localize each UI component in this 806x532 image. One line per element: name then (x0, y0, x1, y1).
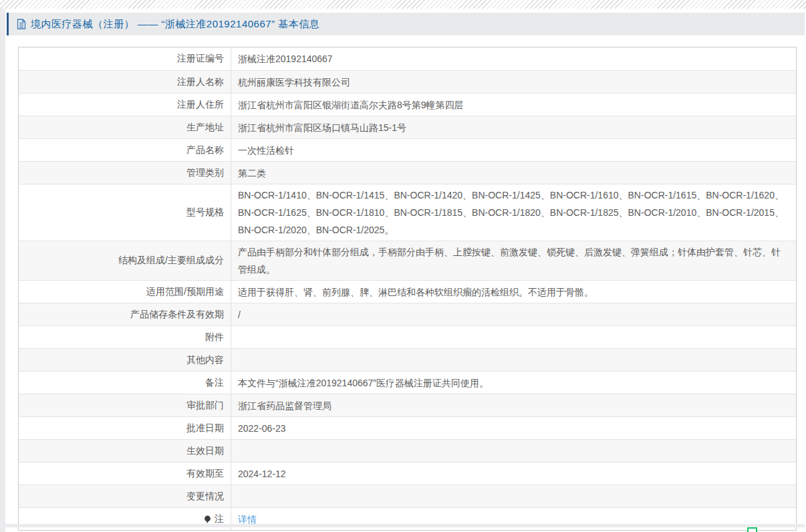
row-value (231, 485, 796, 507)
row-value: 第二类 (231, 162, 796, 184)
row-value-text: BN-OCR-1/1410、BN-OCR-1/1415、BN-OCR-1/142… (238, 186, 785, 239)
row-value: 本文件与“浙械注准20192140667”医疗器械注册证共同使用。 (231, 372, 796, 394)
row-label: 批准日期 (19, 417, 231, 439)
row-label: 生效日期 (19, 440, 231, 462)
table-row: 批准日期2022-06-23 (19, 416, 796, 439)
row-label: 结构及组成/主要组成成分 (19, 241, 231, 280)
table-row: 生效日期 (19, 439, 796, 462)
page-left-edge (0, 9, 5, 532)
row-value-text: 一次性活检针 (238, 142, 294, 159)
row-label-text: 型号规格 (186, 207, 224, 219)
row-label-text: 批准日期 (186, 422, 224, 434)
row-value: 一次性活检针 (231, 139, 796, 161)
row-label-text: 注册证编号 (177, 53, 224, 65)
registration-info-table: 注册证编号浙械注准20192140667注册人名称杭州丽康医学科技有限公司注册人… (18, 47, 797, 531)
row-label: 型号规格 (19, 184, 231, 241)
page-title: 境内医疗器械（注册） —— “浙械注准20192140667” 基本信息 (31, 18, 319, 31)
row-value: 浙江省药品监督管理局 (231, 394, 796, 416)
table-row: 附件 (19, 325, 796, 348)
row-value: 杭州丽康医学科技有限公司 (231, 71, 796, 93)
row-label: 生产地址 (19, 116, 231, 138)
row-value-text: 适用于获得肝、肾、前列腺、脾、淋巴结和各种软组织瘤的活检组织。不适用于骨骼。 (238, 283, 593, 301)
document-icon (17, 19, 26, 29)
row-label: 注册人名称 (19, 71, 231, 93)
row-value (231, 326, 796, 348)
row-label: 附件 (19, 326, 231, 348)
row-value-text: 浙江省杭州市富阳区银湖街道高尔夫路8号第9幢第四层 (238, 96, 464, 114)
table-row: 生产地址浙江省杭州市富阳区场口镇马山路15-1号 (19, 116, 796, 138)
row-value-text: 2024-12-12 (238, 465, 286, 483)
row-value-text: 产品由手柄部分和针体部分组成，手柄部分由手柄、上膛按键、前激发键、锁死键、后激发… (238, 243, 785, 278)
mini-widget-box[interactable] (747, 527, 757, 532)
table-row: 其他内容 (19, 348, 796, 371)
row-label: 有效期至 (19, 462, 231, 485)
row-value: 浙江省杭州市富阳区银湖街道高尔夫路8号第9幢第四层 (231, 94, 796, 116)
row-value-text: 浙江省药品监督管理局 (238, 397, 331, 414)
table-row: 适用范围/预期用途适用于获得肝、肾、前列腺、脾、淋巴结和各种软组织瘤的活检组织。… (19, 280, 796, 303)
row-label: 产品名称 (19, 139, 231, 161)
row-label-text: 有效期至 (186, 468, 224, 480)
section-header: 境内医疗器械（注册） —— “浙械注准20192140667” 基本信息 (7, 13, 805, 35)
row-label-text: 审批部门 (186, 400, 224, 412)
table-row: 结构及组成/主要组成成分产品由手柄部分和针体部分组成，手柄部分由手柄、上膛按键、… (19, 241, 796, 280)
table-row: 审批部门浙江省药品监督管理局 (19, 394, 796, 416)
table-row: 型号规格BN-OCR-1/1410、BN-OCR-1/1415、BN-OCR-1… (19, 184, 796, 241)
row-label-text: 注 (215, 513, 224, 525)
row-value: / (231, 303, 796, 325)
content-bottom-edge (5, 524, 805, 527)
row-value-text: 第二类 (238, 164, 266, 182)
row-label: 审批部门 (19, 394, 231, 416)
row-label-text: 结构及组成/主要组成成分 (118, 255, 224, 267)
row-label: 注册证编号 (19, 47, 231, 70)
row-label-text: 注册人名称 (177, 76, 224, 88)
decorative-top-stripes (0, 0, 806, 9)
row-value-text: 浙械注准20192140667 (238, 50, 333, 68)
row-label: 注册人住所 (19, 94, 231, 116)
row-label-text: 产品储存条件及有效期 (130, 309, 224, 321)
row-value (231, 440, 796, 462)
row-label: 备注 (19, 372, 231, 394)
row-label-text: 注册人住所 (177, 99, 224, 111)
row-value: 浙械注准20192140667 (231, 47, 796, 70)
row-value: 浙江省杭州市富阳区场口镇马山路15-1号 (231, 116, 796, 138)
row-label-text: 生产地址 (186, 122, 224, 134)
row-value: 2024-12-12 (231, 462, 796, 485)
row-label-text: 适用范围/预期用途 (146, 286, 224, 298)
row-label: 管理类别 (19, 162, 231, 184)
table-row: 有效期至2024-12-12 (19, 462, 796, 485)
table-row: 备注本文件与“浙械注准20192140667”医疗器械注册证共同使用。 (19, 371, 796, 394)
row-label-text: 生效日期 (186, 445, 224, 457)
row-label-text: 产品名称 (186, 144, 224, 156)
note-bulb-icon (204, 515, 211, 524)
row-value-text: 浙江省杭州市富阳区场口镇马山路15-1号 (238, 119, 406, 136)
row-value (231, 349, 796, 371)
table-row: 注册人名称杭州丽康医学科技有限公司 (19, 70, 796, 93)
row-value-text: 2022-06-23 (238, 420, 286, 437)
row-label: 适用范围/预期用途 (19, 281, 231, 303)
row-label-text: 备注 (205, 377, 224, 389)
row-value: 产品由手柄部分和针体部分组成，手柄部分由手柄、上膛按键、前激发键、锁死键、后激发… (231, 241, 796, 280)
row-label-text: 附件 (205, 331, 224, 344)
row-label-text: 变更情况 (186, 491, 224, 503)
table-row: 产品储存条件及有效期/ (19, 303, 796, 325)
row-label: 其他内容 (19, 349, 231, 371)
row-value-text: 本文件与“浙械注准20192140667”医疗器械注册证共同使用。 (238, 374, 489, 392)
row-value: BN-OCR-1/1410、BN-OCR-1/1415、BN-OCR-1/142… (231, 184, 796, 241)
table-row: 注册人住所浙江省杭州市富阳区银湖街道高尔夫路8号第9幢第四层 (19, 93, 796, 116)
table-row: 变更情况 (19, 485, 796, 507)
table-row: 产品名称一次性活检针 (19, 138, 796, 161)
row-value-text: / (238, 306, 241, 323)
table-row: 注册证编号浙械注准20192140667 (19, 47, 796, 70)
row-value-text: 杭州丽康医学科技有限公司 (238, 74, 350, 91)
row-label-text: 其他内容 (186, 354, 224, 366)
row-value: 适用于获得肝、肾、前列腺、脾、淋巴结和各种软组织瘤的活检组织。不适用于骨骼。 (231, 281, 796, 303)
row-label-text: 管理类别 (186, 167, 224, 179)
table-row: 管理类别第二类 (19, 161, 796, 184)
row-label: 产品储存条件及有效期 (19, 303, 231, 325)
row-label: 变更情况 (19, 485, 231, 507)
row-value: 2022-06-23 (231, 417, 796, 439)
